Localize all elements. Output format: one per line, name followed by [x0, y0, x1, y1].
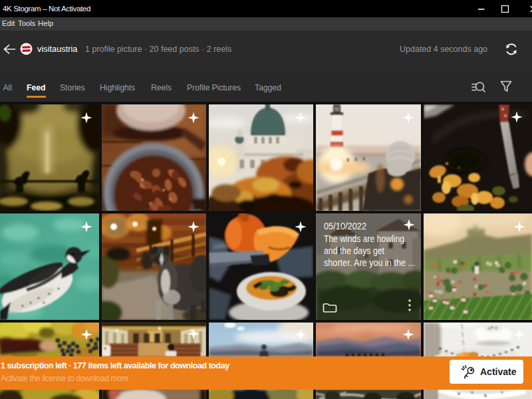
- svg-text:shorter. Are you in the ...: shorter. Are you in the ...: [324, 257, 415, 268]
- svg-text:The winds are howling: The winds are howling: [324, 233, 404, 244]
- svg-text:05/10/2022: 05/10/2022: [324, 220, 366, 231]
- svg-text:and the days get: and the days get: [324, 245, 385, 256]
